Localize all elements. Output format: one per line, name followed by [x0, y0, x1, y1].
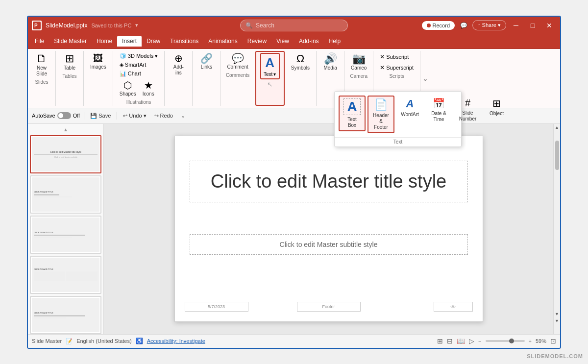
camera-group-label: Camera	[348, 73, 369, 79]
minimize-button[interactable]: ─	[509, 20, 523, 31]
comment-ribbon-button[interactable]: 💬 Comment	[224, 52, 250, 72]
slide-view-button[interactable]: ⊞	[437, 337, 443, 345]
symbols-button[interactable]: Ω Symbols	[289, 52, 312, 73]
menu-file[interactable]: File	[30, 36, 49, 47]
zoom-level: 59%	[536, 338, 546, 344]
zoom-in-button[interactable]: +	[529, 338, 532, 344]
3d-models-button[interactable]: 🧊 3D Models ▾	[117, 52, 161, 60]
illustrations-group-label: Illustrations	[117, 99, 161, 105]
media-button[interactable]: 🔊 Media	[320, 52, 340, 73]
record-button[interactable]: Record	[422, 21, 455, 30]
ribbon-group-tables: ⊞ Table Tables	[56, 51, 84, 106]
scroll-down-arrow-2[interactable]: ▼	[554, 317, 561, 324]
object-dropdown-button[interactable]: ⊞ Object	[483, 96, 510, 119]
presenter-view-button[interactable]: ▷	[469, 337, 474, 345]
media-label: Media	[323, 65, 337, 71]
smartart-button[interactable]: ◈ SmartArt	[117, 61, 161, 69]
shapes-icon: ⬡	[123, 80, 132, 90]
datetime-dropdown-button[interactable]: 📅 Date &Time	[425, 96, 452, 124]
panel-scroll-up[interactable]: ▲	[30, 126, 101, 133]
redo-button[interactable]: ↪ Redo	[152, 112, 175, 120]
search-box[interactable]: 🔍	[240, 20, 348, 31]
chart-icon: 📊	[120, 71, 126, 77]
autosave-label: AutoSave	[32, 113, 55, 119]
menu-addins[interactable]: Add-ins	[294, 36, 324, 47]
scrollbar-vertical[interactable]: ▲ ▼ ▼	[553, 124, 560, 334]
header-footer-dropdown-button[interactable]: 📄 Header& Footer	[368, 96, 394, 133]
slide-thumb-1[interactable]: Click to edit Master title style Click t…	[30, 135, 101, 173]
shapes-button[interactable]: ⬡ Shapes	[117, 79, 139, 98]
slide-subtitle-area[interactable]: Click to edit Master subtitle style	[190, 234, 468, 255]
zoom-thumb	[509, 339, 514, 343]
slide-thumb-4-inner: CLICK TO ADD TITLE	[32, 258, 99, 292]
slide-canvas[interactable]: Click to edit Master title style Click t…	[174, 136, 483, 322]
table-button[interactable]: ⊞ Table	[60, 52, 79, 73]
autosave-knob	[58, 113, 63, 118]
wordart-dropdown-button[interactable]: A WordArt	[396, 96, 423, 120]
menu-slide-master[interactable]: Slide Master	[49, 36, 92, 47]
undo-button[interactable]: ↩ Undo ▾	[121, 112, 148, 120]
addins-label: Add-ins	[173, 64, 184, 76]
main-content: ▲ Click to edit Master title style Click…	[28, 124, 560, 334]
text-section-label: Text	[335, 138, 461, 146]
share-button[interactable]: ↑ Share ▾	[472, 20, 506, 30]
more-quick-access-button[interactable]: ⌄	[179, 112, 187, 120]
reading-view-button[interactable]: 📖	[457, 337, 465, 345]
menu-home[interactable]: Home	[92, 36, 117, 47]
slide-thumb-2[interactable]: CLICK TO ADD TITLE	[30, 175, 101, 214]
links-button[interactable]: 🔗 Links	[196, 52, 216, 72]
icons-button[interactable]: ★ Icons	[140, 79, 157, 98]
menu-insert[interactable]: Insert	[117, 36, 142, 47]
autosave-switch[interactable]	[57, 112, 71, 119]
cameo-label: Cameo	[351, 65, 367, 71]
grid-view-button[interactable]: ⊟	[447, 337, 453, 345]
zoom-out-button[interactable]: −	[478, 338, 481, 344]
close-button[interactable]: ✕	[542, 20, 556, 31]
new-slide-label: NewSlide	[36, 65, 47, 77]
fit-slide-button[interactable]: ⊡	[550, 337, 556, 345]
text-label: Text ▾	[264, 72, 276, 77]
language-label: English (United States)	[76, 338, 132, 344]
images-button[interactable]: 🖼 Images	[88, 52, 109, 72]
app-icon: P	[32, 21, 42, 30]
slide-thumb-4[interactable]: CLICK TO ADD TITLE	[30, 256, 101, 294]
addins-button[interactable]: ⊕ Add-ins	[169, 52, 188, 77]
dropdown-chevron-icon[interactable]: ▾	[135, 22, 138, 28]
status-bar: Slide Master 📝 English (United States) ♿…	[28, 334, 560, 348]
slide-title-area[interactable]: Click to edit Master title style	[190, 161, 468, 202]
icons-icon: ★	[144, 80, 153, 90]
maximize-button[interactable]: □	[526, 20, 539, 31]
comment-button[interactable]: 💬	[458, 20, 469, 31]
zoom-slider[interactable]	[486, 340, 525, 342]
scroll-up-arrow[interactable]: ▲	[554, 124, 561, 131]
slide-thumb-3[interactable]: CLICK TO ADD TITLE	[30, 216, 101, 254]
menu-draw[interactable]: Draw	[142, 36, 165, 47]
text-dropdown: A TextBox 📄 Header& Footer A WordArt 📅 D…	[334, 91, 462, 147]
save-button[interactable]: 💾 Save	[88, 112, 113, 120]
text-button[interactable]: A Text ▾	[260, 53, 280, 79]
search-icon: 🔍	[245, 22, 253, 29]
textbox-dropdown-button[interactable]: A TextBox	[339, 96, 366, 131]
chart-button[interactable]: 📊 Chart	[117, 70, 161, 78]
subscript-button[interactable]: ✕ Subscript	[377, 52, 416, 62]
new-slide-button[interactable]: 🗋 NewSlide	[32, 52, 51, 78]
symbols-icon: Ω	[296, 53, 304, 64]
menu-transitions[interactable]: Transitions	[165, 36, 203, 47]
menu-view[interactable]: View	[271, 36, 294, 47]
wordart-dropdown-label: WordArt	[401, 112, 419, 118]
notes-icon[interactable]: 📝	[66, 338, 73, 344]
menu-animations[interactable]: Animations	[203, 36, 242, 47]
search-input[interactable]	[256, 22, 334, 29]
scroll-thumb[interactable]	[555, 141, 559, 170]
new-slide-icon: 🗋	[36, 53, 47, 64]
scroll-track[interactable]	[554, 131, 560, 311]
menu-review[interactable]: Review	[243, 36, 271, 47]
menu-help[interactable]: Help	[324, 36, 346, 47]
slide-number-dropdown-button[interactable]: # SlideNumber	[454, 96, 481, 124]
slide-thumb-5[interactable]: CLICK TO ADD TITLE	[30, 296, 101, 334]
cameo-button[interactable]: 📷 Cameo	[348, 52, 369, 73]
superscript-button[interactable]: ✕ Superscript	[377, 63, 416, 73]
autosave-state: Off	[73, 113, 80, 119]
3d-models-icon: 🧊	[120, 53, 126, 59]
scroll-down-arrow-1[interactable]: ▼	[554, 311, 561, 317]
